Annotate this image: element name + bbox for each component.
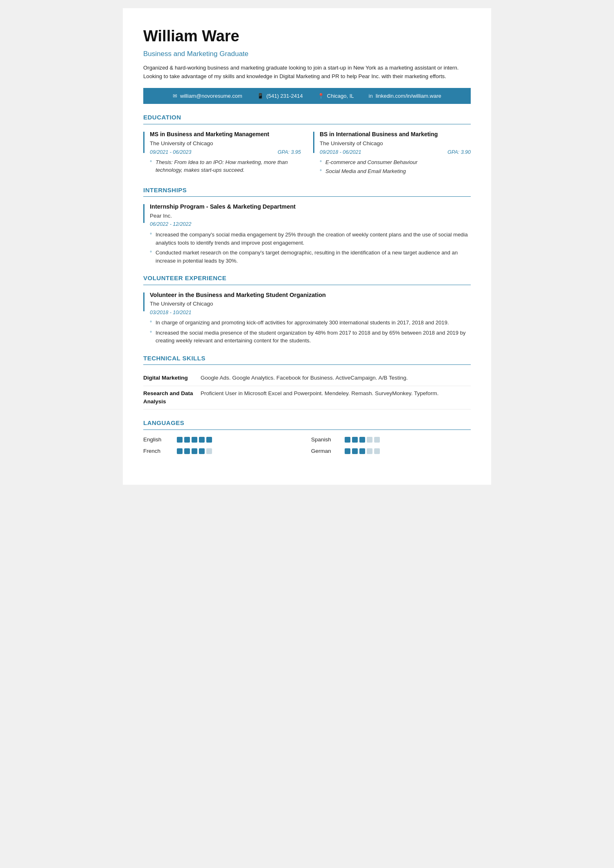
education-section: EDUCATION MS in Business and Marketing M… (143, 113, 471, 177)
language-name: English (143, 436, 172, 444)
skills-title: TECHNICAL SKILLS (143, 354, 471, 365)
entry-title: Internship Program - Sales & Marketing D… (150, 202, 471, 211)
dot-filled (184, 448, 190, 454)
dot-filled (352, 437, 358, 443)
education-title: EDUCATION (143, 113, 471, 124)
contact-location: 📍 Chicago, IL (318, 92, 354, 100)
entry-org: The University of Chicago (150, 300, 471, 308)
candidate-summary: Organized & hard-working business and ma… (143, 63, 471, 81)
volunteer-section: VOLUNTEER EXPERIENCE Volunteer in the Bu… (143, 274, 471, 345)
edu-dates: 09/2018 - 06/2021 (320, 148, 361, 156)
language-dots (177, 437, 212, 443)
edu-bullet: Thesis: From Idea to an IPO: How marketi… (150, 158, 301, 174)
edu-gpa: GPA: 3.90 (447, 148, 471, 156)
phone-value: (541) 231-2414 (266, 92, 303, 100)
edu-school: The University of Chicago (150, 139, 301, 148)
language-dots (345, 448, 380, 454)
skill-row-1: Research and Data AnalysisProficient Use… (143, 386, 471, 409)
dot-filled (192, 448, 197, 454)
dot-empty (206, 448, 212, 454)
contact-linkedin: in linkedin.com/in/william.ware (369, 92, 442, 100)
language-dots (177, 448, 212, 454)
languages-title: LANGUAGES (143, 418, 471, 430)
edu-school: The University of Chicago (320, 139, 471, 148)
internships-title: INTERNSHIPS (143, 186, 471, 197)
skill-value: Proficient User in Microsoft Excel and P… (201, 386, 471, 409)
dot-filled (177, 448, 183, 454)
edu-dates: 09/2021 - 06/2023 (150, 148, 191, 156)
skill-value: Google Ads. Google Analytics. Facebook f… (201, 371, 471, 386)
dot-filled (345, 448, 350, 454)
entry-dates: 06/2022 - 12/2022 (150, 220, 471, 228)
entry-bullet: Conducted market research on the company… (150, 249, 471, 265)
dot-empty (367, 437, 372, 443)
edu-bullets: E-commerce and Consumer BehaviourSocial … (320, 158, 471, 175)
dot-filled (352, 448, 358, 454)
dot-empty (367, 448, 372, 454)
language-name: French (143, 447, 172, 455)
dot-filled (359, 448, 365, 454)
skills-table: Digital MarketingGoogle Ads. Google Anal… (143, 371, 471, 409)
dot-filled (184, 437, 190, 443)
skills-section: TECHNICAL SKILLS Digital MarketingGoogle… (143, 354, 471, 409)
internships-section: INTERNSHIPS Internship Program - Sales &… (143, 186, 471, 265)
contact-phone: 📱 (541) 231-2414 (257, 92, 303, 100)
entry-bullet: Increased the social media presence of t… (150, 329, 471, 345)
candidate-name: William Ware (143, 25, 471, 48)
edu-bullet: Social Media and Email Marketing (320, 167, 471, 175)
linkedin-icon: in (369, 92, 373, 100)
edu-degree: MS in Business and Marketing Management (150, 130, 301, 139)
entry-dates: 03/2018 - 10/2021 (150, 309, 471, 317)
language-row-2: French (143, 447, 303, 455)
linkedin-value: linkedin.com/in/william.ware (376, 92, 441, 100)
email-value: william@novoresume.com (180, 92, 242, 100)
language-row-0: English (143, 436, 303, 444)
dot-filled (199, 437, 205, 443)
dot-empty (374, 448, 380, 454)
education-grid: MS in Business and Marketing ManagementT… (143, 130, 471, 177)
location-icon: 📍 (318, 92, 324, 100)
skill-row-0: Digital MarketingGoogle Ads. Google Anal… (143, 371, 471, 386)
header-section: William Ware Business and Marketing Grad… (143, 25, 471, 81)
entry-bullets: In charge of organizing and promoting ki… (150, 319, 471, 345)
email-icon: ✉ (173, 92, 177, 100)
volunteer-title: VOLUNTEER EXPERIENCE (143, 274, 471, 285)
skill-category: Research and Data Analysis (143, 386, 201, 409)
language-name: Spanish (311, 436, 340, 444)
resume-container: William Ware Business and Marketing Grad… (123, 8, 491, 485)
dot-empty (374, 437, 380, 443)
languages-grid: EnglishSpanishFrenchGerman (143, 436, 471, 456)
edu-bullet: E-commerce and Consumer Behaviour (320, 158, 471, 166)
phone-icon: 📱 (257, 92, 264, 100)
dot-filled (345, 437, 350, 443)
edu-degree: BS in International Business and Marketi… (320, 130, 471, 139)
dot-filled (192, 437, 197, 443)
entry-org: Pear Inc. (150, 212, 471, 220)
language-row-1: Spanish (311, 436, 471, 444)
candidate-title: Business and Marketing Graduate (143, 49, 471, 59)
language-dots (345, 437, 380, 443)
education-entry-0: MS in Business and Marketing ManagementT… (143, 130, 301, 177)
dot-filled (199, 448, 205, 454)
language-row-3: German (311, 447, 471, 455)
education-entry-1: BS in International Business and Marketi… (313, 130, 471, 177)
languages-section: LANGUAGES EnglishSpanishFrenchGerman (143, 418, 471, 455)
language-name: German (311, 447, 340, 455)
entry-title: Volunteer in the Business and Marketing … (150, 291, 471, 300)
dot-filled (206, 437, 212, 443)
entry-bullet: In charge of organizing and promoting ki… (150, 319, 471, 327)
entry-bullet: Increased the company's social media eng… (150, 231, 471, 247)
dot-filled (177, 437, 183, 443)
contact-email: ✉ william@novoresume.com (173, 92, 242, 100)
edu-bullets: Thesis: From Idea to an IPO: How marketi… (150, 158, 301, 174)
edu-gpa: GPA: 3.95 (278, 148, 301, 156)
location-value: Chicago, IL (327, 92, 354, 100)
dot-filled (359, 437, 365, 443)
skill-category: Digital Marketing (143, 371, 201, 386)
contact-bar: ✉ william@novoresume.com 📱 (541) 231-241… (143, 88, 471, 104)
internship-entry-0: Internship Program - Sales & Marketing D… (143, 202, 471, 265)
entry-bullets: Increased the company's social media eng… (150, 231, 471, 265)
volunteer-entry-0: Volunteer in the Business and Marketing … (143, 291, 471, 345)
